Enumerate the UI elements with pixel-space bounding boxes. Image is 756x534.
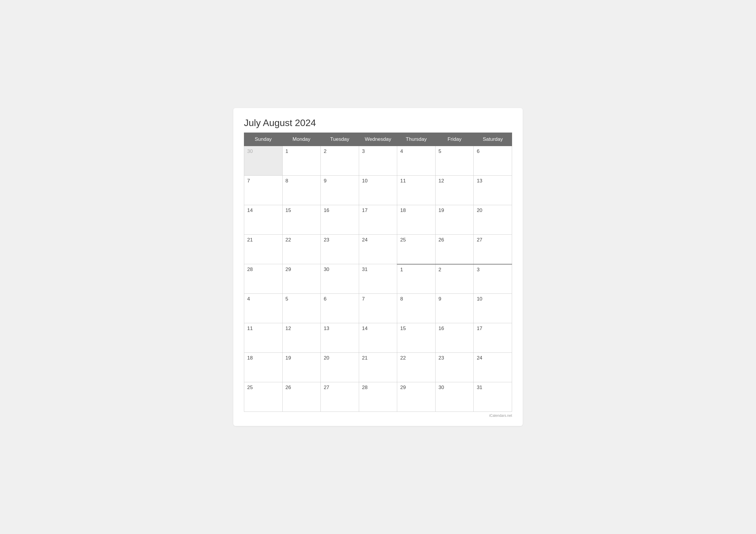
day-cell: 25 — [244, 382, 283, 412]
day-cell: 2 — [435, 264, 474, 294]
day-cell: 17 — [359, 205, 397, 235]
calendar-table: SundayMondayTuesdayWednesdayThursdayFrid… — [244, 133, 512, 412]
day-header-friday: Friday — [435, 133, 474, 146]
day-cell: 30 — [321, 264, 359, 294]
day-cell: 27 — [474, 235, 512, 264]
header-row: SundayMondayTuesdayWednesdayThursdayFrid… — [244, 133, 512, 146]
day-cell: 14 — [244, 205, 283, 235]
week-row-1: 78910111213 — [244, 175, 512, 205]
day-cell: 30 — [435, 382, 474, 412]
day-cell: 19 — [435, 205, 474, 235]
day-cell: 29 — [397, 382, 436, 412]
day-cell: 15 — [397, 323, 436, 353]
day-cell: 28 — [244, 264, 283, 294]
day-header-saturday: Saturday — [474, 133, 512, 146]
day-cell: 30 — [244, 146, 283, 175]
day-cell: 6 — [474, 146, 512, 175]
day-cell: 26 — [282, 382, 321, 412]
day-cell: 3 — [474, 264, 512, 294]
day-cell: 9 — [321, 175, 359, 205]
day-cell: 27 — [321, 382, 359, 412]
day-cell: 1 — [282, 146, 321, 175]
day-cell: 7 — [359, 294, 397, 323]
day-cell: 12 — [282, 323, 321, 353]
day-header-wednesday: Wednesday — [359, 133, 397, 146]
day-cell: 2 — [321, 146, 359, 175]
day-cell: 4 — [397, 146, 436, 175]
footer: iCalendars.net — [244, 414, 512, 418]
day-cell: 17 — [474, 323, 512, 353]
day-cell: 10 — [359, 175, 397, 205]
day-cell: 10 — [474, 294, 512, 323]
day-cell: 23 — [435, 353, 474, 382]
day-header-monday: Monday — [282, 133, 321, 146]
day-header-sunday: Sunday — [244, 133, 283, 146]
week-row-0: 30123456 — [244, 146, 512, 175]
day-cell: 15 — [282, 205, 321, 235]
day-cell: 18 — [244, 353, 283, 382]
day-header-thursday: Thursday — [397, 133, 436, 146]
week-row-6: 11121314151617 — [244, 323, 512, 353]
day-cell: 16 — [321, 205, 359, 235]
day-cell: 18 — [397, 205, 436, 235]
day-cell: 7 — [244, 175, 283, 205]
day-cell: 3 — [359, 146, 397, 175]
day-cell: 13 — [321, 323, 359, 353]
week-row-8: 25262728293031 — [244, 382, 512, 412]
calendar-body: 3012345678910111213141516171819202122232… — [244, 146, 512, 412]
day-cell: 11 — [244, 323, 283, 353]
day-cell: 16 — [435, 323, 474, 353]
day-cell: 29 — [282, 264, 321, 294]
day-cell: 20 — [321, 353, 359, 382]
day-cell: 19 — [282, 353, 321, 382]
day-cell: 4 — [244, 294, 283, 323]
day-cell: 5 — [435, 146, 474, 175]
day-cell: 20 — [474, 205, 512, 235]
calendar-title: July August 2024 — [244, 118, 512, 128]
calendar-container: July August 2024 SundayMondayTuesdayWedn… — [233, 108, 523, 426]
day-cell: 24 — [474, 353, 512, 382]
week-row-3: 21222324252627 — [244, 235, 512, 264]
day-cell: 22 — [397, 353, 436, 382]
day-cell: 21 — [244, 235, 283, 264]
day-header-tuesday: Tuesday — [321, 133, 359, 146]
day-cell: 31 — [359, 264, 397, 294]
day-cell: 21 — [359, 353, 397, 382]
day-cell: 13 — [474, 175, 512, 205]
day-cell: 26 — [435, 235, 474, 264]
day-cell: 25 — [397, 235, 436, 264]
week-row-5: 45678910 — [244, 294, 512, 323]
day-cell: 24 — [359, 235, 397, 264]
day-cell: 22 — [282, 235, 321, 264]
day-cell: 11 — [397, 175, 436, 205]
day-cell: 14 — [359, 323, 397, 353]
day-cell: 23 — [321, 235, 359, 264]
day-cell: 8 — [282, 175, 321, 205]
day-cell: 5 — [282, 294, 321, 323]
week-row-4: 28293031123 — [244, 264, 512, 294]
day-cell: 12 — [435, 175, 474, 205]
week-row-2: 14151617181920 — [244, 205, 512, 235]
day-cell: 1 — [397, 264, 436, 294]
day-cell: 6 — [321, 294, 359, 323]
day-cell: 9 — [435, 294, 474, 323]
week-row-7: 18192021222324 — [244, 353, 512, 382]
day-cell: 31 — [474, 382, 512, 412]
day-cell: 28 — [359, 382, 397, 412]
day-cell: 8 — [397, 294, 436, 323]
